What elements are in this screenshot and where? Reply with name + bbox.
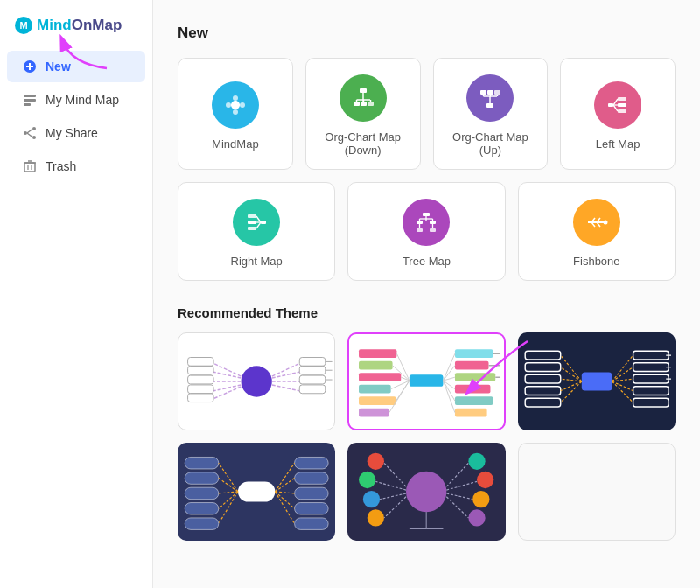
svg-line-123 (444, 381, 456, 413)
sidebar-item-new[interactable]: New (7, 51, 145, 82)
svg-point-10 (24, 131, 27, 135)
svg-rect-112 (455, 349, 493, 358)
recommended-theme-title: Recommended Theme (178, 305, 676, 320)
svg-rect-105 (359, 409, 389, 417)
svg-rect-48 (618, 103, 626, 107)
svg-line-160 (219, 492, 238, 508)
svg-rect-46 (608, 103, 613, 107)
svg-point-181 (469, 453, 486, 470)
svg-rect-166 (295, 518, 329, 530)
logo: M MindOnMap (0, 9, 152, 49)
sidebar-item-new-label: New (46, 60, 71, 74)
svg-line-84 (214, 385, 241, 391)
theme-card-2[interactable] (347, 332, 505, 430)
svg-rect-31 (368, 102, 374, 106)
svg-rect-100 (359, 349, 396, 358)
svg-rect-104 (359, 396, 396, 405)
svg-rect-141 (633, 387, 668, 396)
svg-rect-131 (525, 387, 561, 396)
my-mind-map-icon (23, 93, 37, 107)
svg-rect-156 (185, 518, 219, 530)
svg-point-21 (240, 102, 245, 108)
svg-rect-154 (185, 487, 219, 500)
sidebar-item-my-mind-map-label: My Mind Map (46, 93, 119, 107)
sidebar-item-my-mind-map[interactable]: My Mind Map (7, 84, 145, 116)
svg-rect-29 (354, 102, 360, 106)
theme-card-6[interactable] (518, 443, 676, 541)
my-share-icon (23, 126, 37, 140)
theme-card-3[interactable] (518, 332, 676, 430)
svg-rect-39 (487, 90, 494, 94)
org-down-label: Org-Chart Map (Down) (315, 130, 411, 157)
map-card-tree-map[interactable]: Tree Map (347, 182, 505, 281)
theme-preview-5 (349, 444, 503, 539)
svg-rect-117 (455, 409, 487, 417)
svg-rect-151 (238, 481, 275, 501)
theme-card-5[interactable] (347, 443, 505, 541)
theme-preview-1 (178, 333, 334, 430)
left-map-label: Left Map (596, 137, 640, 150)
svg-rect-95 (299, 385, 325, 394)
fishbone-icon (573, 199, 620, 246)
svg-line-136 (560, 382, 581, 391)
svg-rect-127 (581, 372, 612, 390)
right-map-label: Right Map (231, 255, 283, 268)
svg-line-143 (612, 355, 633, 382)
svg-line-52 (613, 105, 618, 111)
map-card-mindmap[interactable]: MindMap (178, 58, 293, 170)
svg-line-161 (219, 492, 238, 524)
svg-rect-89 (299, 358, 325, 367)
map-card-org-up[interactable]: Org-Chart Map (Up) (433, 58, 549, 170)
tree-map-label: Tree Map (402, 255, 451, 268)
map-card-org-down[interactable]: Org-Chart Map (Down) (305, 58, 421, 170)
theme-section (178, 332, 676, 541)
trash-icon (23, 159, 37, 173)
svg-line-185 (447, 463, 469, 486)
svg-rect-113 (455, 361, 489, 370)
svg-rect-152 (185, 457, 219, 469)
svg-line-180 (384, 497, 406, 518)
svg-line-133 (560, 355, 581, 382)
theme-card-4[interactable] (178, 443, 335, 541)
svg-point-9 (32, 136, 36, 139)
right-map-icon (233, 199, 280, 246)
map-card-fishbone[interactable]: Fishbone (518, 182, 676, 281)
svg-line-147 (612, 382, 633, 402)
org-up-label: Org-Chart Map (Up) (443, 130, 539, 157)
svg-rect-30 (360, 102, 367, 106)
svg-line-179 (380, 494, 406, 500)
main-content: New MindMap Org-Chart Map (Down) Org-Cha… (153, 0, 700, 588)
svg-rect-138 (633, 351, 668, 360)
svg-point-176 (368, 509, 384, 526)
map-card-left-map[interactable]: Left Map (560, 58, 676, 170)
svg-rect-139 (633, 363, 668, 372)
svg-rect-103 (359, 385, 391, 394)
svg-point-174 (359, 472, 375, 488)
svg-line-157 (219, 463, 238, 492)
tree-map-icon (402, 199, 450, 246)
svg-line-171 (275, 492, 294, 524)
sidebar-item-my-share-label: My Share (46, 126, 98, 140)
map-card-right-map[interactable]: Right Map (178, 182, 335, 281)
svg-rect-162 (295, 457, 329, 469)
mindmap-icon (212, 81, 259, 129)
sidebar-item-my-share[interactable]: My Share (7, 117, 145, 149)
left-map-icon (594, 81, 641, 129)
svg-line-146 (612, 382, 633, 391)
theme-card-1[interactable] (178, 332, 335, 430)
svg-rect-102 (359, 373, 401, 382)
svg-line-167 (275, 463, 294, 492)
fishbone-label: Fishbone (573, 255, 620, 268)
logo-text: MindOnMap (37, 17, 122, 34)
svg-point-175 (363, 491, 380, 508)
svg-rect-5 (24, 94, 36, 97)
svg-rect-163 (295, 472, 329, 485)
svg-rect-87 (188, 394, 214, 402)
sidebar-item-trash[interactable]: Trash (7, 150, 145, 182)
svg-line-50 (613, 99, 618, 105)
svg-point-183 (473, 491, 490, 508)
svg-rect-55 (248, 220, 256, 224)
new-section-title: New (178, 24, 676, 42)
svg-rect-140 (633, 374, 668, 383)
svg-rect-132 (525, 398, 561, 407)
